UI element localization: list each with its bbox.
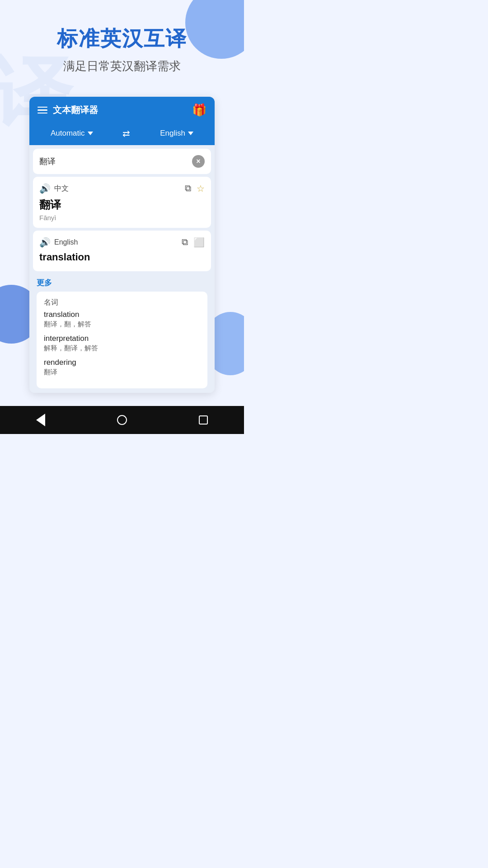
topbar-left: 文本翻译器 <box>38 104 98 116</box>
hamburger-line-3 <box>38 113 47 114</box>
swap-languages-button[interactable]: ⇄ <box>122 128 130 139</box>
more-entry-interpretation-zh: 解释，翻译，解答 <box>44 344 200 353</box>
english-lang-row: 🔊 English <box>39 237 78 248</box>
more-entry-interpretation: interpretation 解释，翻译，解答 <box>44 334 200 353</box>
source-language-selector[interactable]: Automatic <box>51 129 93 138</box>
more-entry-translation-en: translation <box>44 310 200 319</box>
app-card: 文本翻译器 🎁 Automatic ⇄ English 翻译 × 🔊 中文 ⧉ … <box>29 97 215 393</box>
more-category: 名词 <box>44 298 200 307</box>
page-title: 标准英汉互译 <box>14 25 230 53</box>
hamburger-line-1 <box>38 107 47 108</box>
home-icon <box>117 415 127 425</box>
app-topbar: 文本翻译器 🎁 <box>29 97 215 123</box>
nav-home-button[interactable] <box>111 409 133 431</box>
more-entry-translation: translation 翻译，翻，解答 <box>44 310 200 329</box>
navigation-bar <box>0 406 244 434</box>
page-subtitle: 满足日常英汉翻译需求 <box>14 58 230 74</box>
header-section: 标准英汉互译 满足日常英汉翻译需求 <box>0 0 244 88</box>
input-text: 翻译 <box>39 156 192 167</box>
english-speaker-icon[interactable]: 🔊 <box>39 237 51 248</box>
english-share-button[interactable]: ⧉ <box>182 237 188 248</box>
chinese-card-header: 🔊 中文 ⧉ ☆ <box>39 183 205 194</box>
more-entry-rendering-zh: 翻译 <box>44 368 200 377</box>
target-lang-arrow-icon <box>188 132 193 135</box>
chinese-favorite-button[interactable]: ☆ <box>197 183 205 194</box>
back-icon <box>36 414 45 426</box>
english-lang-label: English <box>54 238 78 246</box>
source-lang-arrow-icon <box>88 132 93 135</box>
chinese-lang-row: 🔊 中文 <box>39 183 69 194</box>
english-card-header: 🔊 English ⧉ ⬜ <box>39 237 205 248</box>
source-language-label: Automatic <box>51 129 85 138</box>
app-title: 文本翻译器 <box>53 104 98 116</box>
english-card-actions: ⧉ ⬜ <box>182 237 205 248</box>
language-bar: Automatic ⇄ English <box>29 123 215 145</box>
more-card: 名词 translation 翻译，翻，解答 interpretation 解释… <box>37 292 207 388</box>
chinese-pinyin: Fānyì <box>39 214 205 222</box>
target-language-selector[interactable]: English <box>160 129 193 138</box>
menu-button[interactable] <box>38 107 47 114</box>
chinese-lang-label: 中文 <box>54 184 69 193</box>
nav-back-button[interactable] <box>30 409 52 431</box>
more-entry-translation-zh: 翻译，翻，解答 <box>44 320 200 329</box>
more-section: 更多 名词 translation 翻译，翻，解答 interpretation… <box>29 274 215 393</box>
chinese-speaker-icon[interactable]: 🔊 <box>39 183 51 194</box>
target-language-label: English <box>160 129 185 138</box>
chinese-card-actions: ⧉ ☆ <box>185 183 205 194</box>
chinese-result-card: 🔊 中文 ⧉ ☆ 翻译 Fānyì <box>33 177 211 228</box>
recent-icon <box>199 415 208 425</box>
nav-recent-button[interactable] <box>192 409 214 431</box>
more-label: 更多 <box>37 278 207 288</box>
chinese-copy-button[interactable]: ⧉ <box>185 183 191 194</box>
english-result-card: 🔊 English ⧉ ⬜ translation <box>33 231 211 271</box>
gift-button[interactable]: 🎁 <box>192 103 206 117</box>
more-entry-rendering: rendering 翻译 <box>44 358 200 377</box>
clear-button[interactable]: × <box>192 155 205 168</box>
english-copy-button[interactable]: ⬜ <box>193 237 205 248</box>
more-entry-interpretation-en: interpretation <box>44 334 200 343</box>
more-entry-rendering-en: rendering <box>44 358 200 367</box>
hamburger-line-2 <box>38 109 47 111</box>
input-area[interactable]: 翻译 × <box>33 149 211 174</box>
chinese-result-text: 翻译 <box>39 198 205 212</box>
english-result-text: translation <box>39 251 205 263</box>
